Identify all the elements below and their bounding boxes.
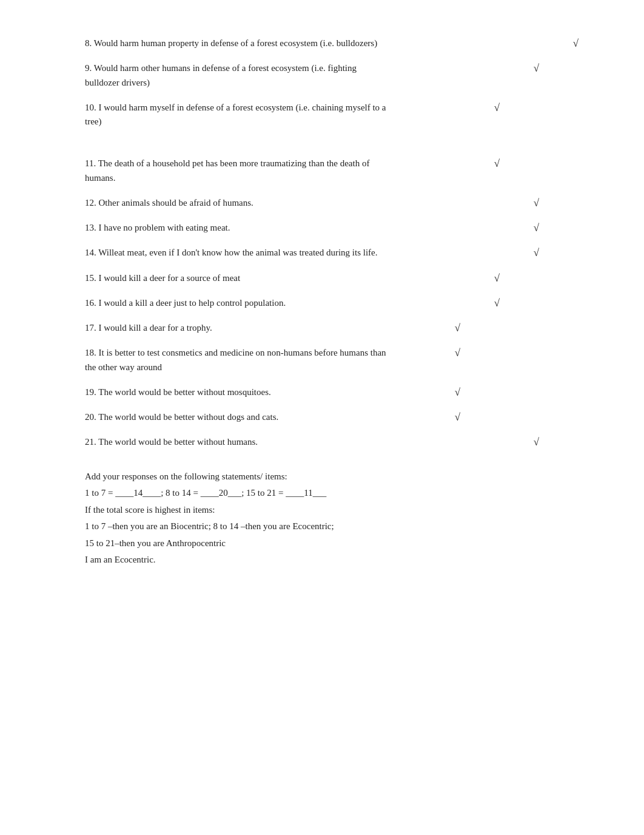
question-text: 13. I have no problem with eating meat. [85,221,398,235]
checkmark-cell [556,272,595,285]
checkmark-cell [477,411,517,424]
checkmarks-row: √ [398,385,595,399]
checkmark-cell [517,272,556,285]
checkmark-cell [398,197,438,209]
checkmarks-row: √ [398,271,595,285]
question-text: 14. Willeat meat, even if I don't know h… [85,246,398,260]
checkmark-cell [517,322,556,334]
checkmark-cell [438,63,477,75]
question-row: 16. I would a kill a deer just to help c… [85,296,595,310]
checkmark-cell [556,222,595,234]
question-row: 13. I have no problem with eating meat.√ [85,221,595,235]
checkmark-cell: √ [517,247,556,259]
checkmark-cell [477,347,517,359]
checkmark-cell [556,102,595,114]
checkmark-cell [556,158,595,170]
checkmarks-row: √ [398,435,595,448]
checkmark-cell [438,247,477,259]
question-row: 19. The world would be better without mo… [85,385,595,399]
question-text: 16. I would a kill a deer just to help c… [85,296,398,310]
checkmark-cell [398,322,438,334]
checkmark-cell: √ [477,272,517,285]
checkmarks-row: √ [398,246,595,259]
checkmark-cell [477,38,517,50]
checkmark-cell [398,63,438,75]
question-text: 8. Would harm human property in defense … [85,36,398,50]
checkmarks-row: √ [398,101,595,114]
question-text: 17. I would kill a dear for a trophy. [85,321,398,335]
checkmarks-row: √ [398,346,595,359]
checkmark-cell [398,102,438,114]
checkmark-cell [398,38,438,50]
checkmark-cell [556,297,595,309]
checkmark-cell [398,387,438,399]
summary-line: 1 to 7 –then you are an Biocentric; 8 to… [85,519,595,535]
checkmark-cell [398,297,438,309]
checkmark-cell [477,197,517,209]
checkmark-cell [438,158,477,170]
questions-list: 8. Would harm human property in defense … [85,36,595,450]
checkmark-cell [556,322,595,334]
question-text: 18. It is better to test consmetics and … [85,346,398,374]
checkmark-cell [556,347,595,359]
checkmark-cell [556,411,595,424]
checkmark-cell: √ [438,322,477,334]
question-text: 11. The death of a household pet has bee… [85,157,398,185]
question-row: 11. The death of a household pet has bee… [85,157,595,185]
checkmark-cell [517,38,556,50]
checkmark-cell [556,197,595,209]
checkmark-cell: √ [517,436,556,448]
summary-line: Add your responses on the following stat… [85,469,595,485]
checkmark-cell: √ [438,411,477,424]
summary-line: I am an Ecocentric. [85,552,595,568]
checkmark-cell [517,158,556,170]
checkmark-cell [517,347,556,359]
question-row: 9. Would harm other humans in defense of… [85,61,595,90]
checkmark-cell: √ [517,63,556,75]
question-row: 12. Other animals should be afraid of hu… [85,196,595,210]
question-text: 9. Would harm other humans in defense of… [85,61,398,90]
checkmark-cell [477,387,517,399]
checkmark-cell [438,272,477,285]
checkmark-cell [438,436,477,448]
checkmark-cell [477,247,517,259]
checkmarks-row: √ [398,36,595,50]
checkmark-cell [517,411,556,424]
question-text: 12. Other animals should be afraid of hu… [85,196,398,210]
summary-line: If the total score is highest in items: [85,502,595,518]
checkmark-cell: √ [438,387,477,399]
checkmarks-row: √ [398,410,595,424]
checkmark-cell [517,297,556,309]
question-text: 15. I would kill a deer for a source of … [85,271,398,285]
question-text: 10. I would harm myself in defense of a … [85,101,398,129]
checkmark-cell [477,322,517,334]
question-row: 15. I would kill a deer for a source of … [85,271,595,285]
checkmark-cell: √ [477,158,517,170]
summary-section: Add your responses on the following stat… [85,469,595,568]
checkmark-cell [438,297,477,309]
checkmark-cell [556,387,595,399]
spacer [85,140,595,157]
checkmark-cell [438,222,477,234]
checkmark-cell: √ [517,222,556,234]
checkmark-cell [398,411,438,424]
checkmark-cell [477,222,517,234]
summary-line: 15 to 21–then you are Anthropocentric [85,536,595,552]
checkmarks-row: √ [398,296,595,309]
checkmark-cell [438,102,477,114]
checkmarks-row: √ [398,221,595,234]
checkmark-cell [438,197,477,209]
checkmark-cell [398,436,438,448]
question-row: 10. I would harm myself in defense of a … [85,101,595,129]
question-row: 14. Willeat meat, even if I don't know h… [85,246,595,260]
checkmark-cell [556,436,595,448]
checkmarks-row: √ [398,157,595,170]
checkmark-cell [556,63,595,75]
checkmark-cell: √ [556,38,595,50]
checkmark-cell [517,387,556,399]
checkmark-cell [517,102,556,114]
checkmark-cell [438,38,477,50]
checkmarks-row: √ [398,61,595,75]
checkmark-cell [477,436,517,448]
question-row: 17. I would kill a dear for a trophy.√ [85,321,595,335]
